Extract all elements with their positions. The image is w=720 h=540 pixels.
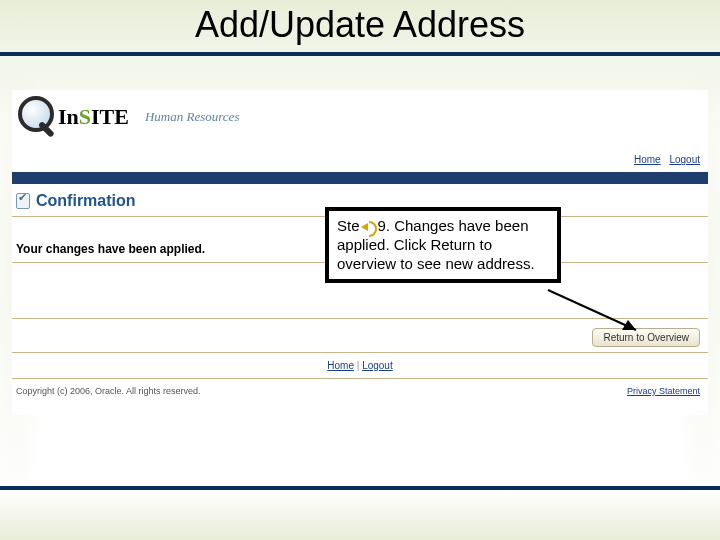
footer-links: Home | Logout	[12, 360, 708, 371]
instruction-callout: Ste9. Changes have been applied. Click R…	[325, 207, 561, 283]
slide: Add/Update Address InSITE Human Resource…	[0, 0, 720, 540]
header-separator	[12, 172, 708, 184]
link-home-top[interactable]: Home	[634, 154, 661, 165]
confirmation-message: Your changes have been applied.	[16, 242, 205, 256]
logo-text-in: In	[58, 104, 79, 129]
confirmation-icon	[16, 193, 30, 209]
copyright-text: Copyright (c) 2006, Oracle. All rights r…	[16, 386, 201, 396]
top-links: Home Logout	[628, 154, 700, 165]
return-to-overview-button[interactable]: Return to Overview	[592, 328, 700, 347]
sound-icon	[361, 221, 377, 233]
link-home-footer[interactable]: Home	[327, 360, 354, 371]
privacy-link-wrap: Privacy Statement	[627, 386, 700, 396]
divider-5	[12, 378, 708, 379]
confirmation-header: Confirmation	[16, 192, 136, 210]
magnifier-icon	[16, 96, 58, 138]
link-logout-top[interactable]: Logout	[669, 154, 700, 165]
callout-text-pre: Ste	[337, 217, 360, 234]
link-logout-footer[interactable]: Logout	[362, 360, 393, 371]
logo-text: InSITE	[58, 104, 129, 130]
page-title: Add/Update Address	[0, 4, 720, 46]
logo-text-s: S	[79, 104, 91, 129]
divider-3	[12, 318, 708, 319]
logo-subtitle: Human Resources	[145, 109, 239, 125]
link-privacy[interactable]: Privacy Statement	[627, 386, 700, 396]
logo: InSITE Human Resources	[16, 96, 239, 138]
divider-4	[12, 352, 708, 353]
decor-bottom-fade	[0, 490, 720, 540]
confirmation-title: Confirmation	[36, 192, 136, 210]
decor-top-bar	[0, 52, 720, 56]
logo-text-ite: ITE	[91, 104, 129, 129]
